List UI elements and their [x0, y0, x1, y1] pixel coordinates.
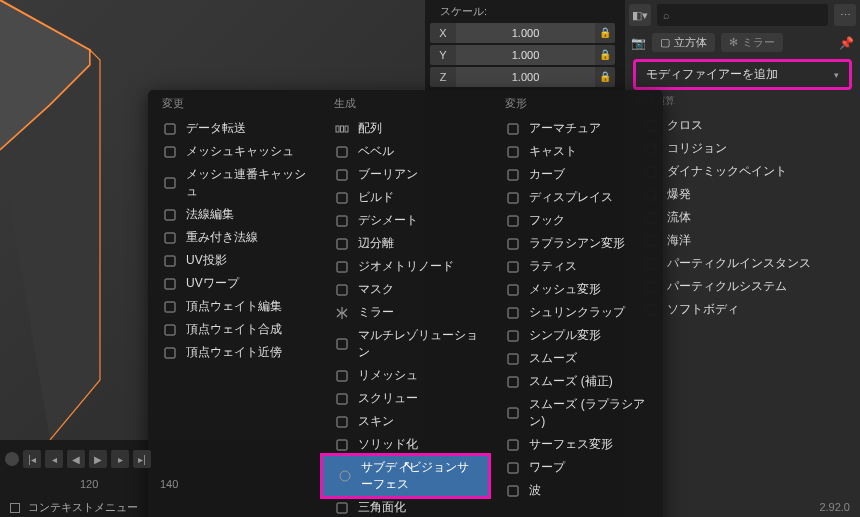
scale-x-val[interactable]: 1.000 — [456, 23, 595, 43]
object-chip[interactable]: ▢ 立方体 — [652, 33, 715, 52]
physics-item-label: 流体 — [667, 209, 850, 226]
record-icon[interactable] — [5, 452, 19, 466]
props-options-icon[interactable]: ⋯ — [834, 4, 856, 26]
menu-item-vwedit[interactable]: 頂点ウェイト編集 — [148, 295, 320, 318]
modifier-add-menu[interactable]: 変更データ転送メッシュキャッシュメッシュ連番キャッシュ法線編集重み付き法線UV投… — [148, 90, 663, 517]
pin-icon[interactable]: 📌 — [839, 36, 854, 50]
menu-item-simple[interactable]: シンプル変形 — [491, 324, 663, 347]
menu-item-weighted[interactable]: 重み付き法線 — [148, 226, 320, 249]
simple-icon — [505, 328, 521, 344]
scale-x-row[interactable]: X 1.000 🔒 — [430, 23, 615, 43]
modifier-chip[interactable]: ✻ ミラー — [721, 33, 783, 52]
menu-item-label: ジオメトリノード — [358, 258, 482, 275]
menu-item-edgesplit[interactable]: 辺分離 — [320, 232, 492, 255]
menu-item-label: 法線編集 — [186, 206, 310, 223]
svg-rect-49 — [508, 354, 518, 364]
next-key-icon[interactable]: ▸ — [111, 450, 129, 468]
physics-item-label: ソフトボディ — [667, 301, 850, 318]
jump-start-icon[interactable]: |◂ — [23, 450, 41, 468]
menu-item-laplace[interactable]: ラプラシアン変形 — [491, 232, 663, 255]
menu-item-solidify[interactable]: ソリッド化 — [320, 433, 492, 456]
menu-item-cache[interactable]: メッシュキャッシュ — [148, 140, 320, 163]
prev-key-icon[interactable]: ◂ — [45, 450, 63, 468]
menu-item-seqcache[interactable]: メッシュ連番キャッシュ — [148, 163, 320, 203]
menu-item-multires[interactable]: マルチレゾリューション — [320, 324, 492, 364]
menu-item-mirror[interactable]: ミラー — [320, 301, 492, 324]
svg-rect-50 — [508, 377, 518, 387]
menu-item-normal[interactable]: 法線編集 — [148, 203, 320, 226]
menu-item-smoothl[interactable]: スムーズ (ラプラシアン) — [491, 393, 663, 433]
lock-icon[interactable]: 🔒 — [595, 45, 615, 65]
svg-rect-21 — [345, 126, 348, 132]
menu-item-smooth[interactable]: スムーズ — [491, 347, 663, 370]
menu-item-displace[interactable]: ディスプレイス — [491, 186, 663, 209]
svg-rect-45 — [508, 262, 518, 272]
menu-item-array[interactable]: 配列 — [320, 117, 492, 140]
add-modifier-dropdown[interactable]: モディファイアーを追加 ▾ — [636, 62, 849, 87]
svg-rect-32 — [337, 417, 347, 427]
menu-item-curve[interactable]: カーブ — [491, 163, 663, 186]
physics-item-label: ダイナミックペイント — [667, 163, 850, 180]
menu-item-surfdef[interactable]: サーフェス変形 — [491, 433, 663, 456]
menu-item-meshdef[interactable]: メッシュ変形 — [491, 278, 663, 301]
svg-rect-52 — [508, 440, 518, 450]
svg-rect-10 — [165, 147, 175, 157]
camera-icon[interactable]: 📷 — [631, 36, 646, 50]
menu-item-label: 頂点ウェイト合成 — [186, 321, 310, 338]
menu-item-lattice[interactable]: ラティス — [491, 255, 663, 278]
menu-item-label: ベベル — [358, 143, 482, 160]
svg-rect-43 — [508, 216, 518, 226]
cache-icon — [162, 144, 178, 160]
menu-item-uvproj[interactable]: UV投影 — [148, 249, 320, 272]
menu-item-boolean[interactable]: ブーリアン — [320, 163, 492, 186]
vwmix-icon — [162, 322, 178, 338]
displace-icon — [505, 190, 521, 206]
menu-item-decimate[interactable]: デシメート — [320, 209, 492, 232]
menu-item-bevel[interactable]: ベベル — [320, 140, 492, 163]
menu-item-hook[interactable]: フック — [491, 209, 663, 232]
geonodes-icon — [334, 259, 350, 275]
menu-item-warp[interactable]: ワープ — [491, 456, 663, 479]
hook-icon — [505, 213, 521, 229]
menu-item-shrink[interactable]: シュリンクラップ — [491, 301, 663, 324]
menu-item-tri[interactable]: 三角面化 — [320, 496, 492, 517]
play-icon[interactable]: ▶ — [89, 450, 107, 468]
menu-item-armature[interactable]: アーマチュア — [491, 117, 663, 140]
menu-item-label: メッシュ連番キャッシュ — [186, 166, 310, 200]
menu-item-mask[interactable]: マスク — [320, 278, 492, 301]
props-search-input[interactable]: ⌕ — [657, 4, 828, 26]
scale-y-row[interactable]: Y 1.000 🔒 — [430, 45, 615, 65]
props-type-icon[interactable]: ◧▾ — [629, 4, 651, 26]
svg-rect-12 — [165, 210, 175, 220]
menu-item-build[interactable]: ビルド — [320, 186, 492, 209]
menu-item-vwprox[interactable]: 頂点ウェイト近傍 — [148, 341, 320, 364]
menu-item-geonodes[interactable]: ジオメトリノード — [320, 255, 492, 278]
menu-item-label: 辺分離 — [358, 235, 482, 252]
svg-rect-53 — [508, 463, 518, 473]
menu-item-cast[interactable]: キャスト — [491, 140, 663, 163]
surfdef-icon — [505, 437, 521, 453]
normal-icon — [162, 207, 178, 223]
menu-item-smoothc[interactable]: スムーズ (補正) — [491, 370, 663, 393]
menu-item-transfer[interactable]: データ転送 — [148, 117, 320, 140]
seqcache-icon — [162, 175, 178, 191]
scale-y-val[interactable]: 1.000 — [456, 45, 595, 65]
lock-icon[interactable]: 🔒 — [595, 67, 615, 87]
jump-end-icon[interactable]: ▸| — [133, 450, 151, 468]
menu-item-vwmix[interactable]: 頂点ウェイト合成 — [148, 318, 320, 341]
lock-icon[interactable]: 🔒 — [595, 23, 615, 43]
multires-icon — [334, 336, 350, 352]
scale-z-val[interactable]: 1.000 — [456, 67, 595, 87]
menu-item-subsurf[interactable]: サブディビジョンサーフェス↖ — [323, 456, 489, 496]
menu-item-label: 頂点ウェイト近傍 — [186, 344, 310, 361]
menu-item-uvwarp[interactable]: UVワープ — [148, 272, 320, 295]
menu-item-skin[interactable]: スキン — [320, 410, 492, 433]
menu-item-label: 三角面化 — [358, 499, 482, 516]
bevel-icon — [334, 144, 350, 160]
scale-z-row[interactable]: Z 1.000 🔒 — [430, 67, 615, 87]
play-rev-icon[interactable]: ◀ — [67, 450, 85, 468]
menu-item-remesh[interactable]: リメッシュ — [320, 364, 492, 387]
menu-item-screw[interactable]: スクリュー — [320, 387, 492, 410]
physics-item-label: 海洋 — [667, 232, 850, 249]
menu-item-label: 配列 — [358, 120, 482, 137]
